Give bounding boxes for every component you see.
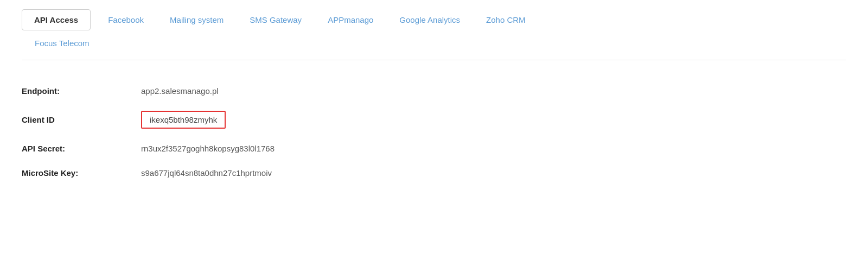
tab-focus-telecom[interactable]: Focus Telecom [22, 32, 103, 54]
tab-mailing-system[interactable]: Mailing system [157, 9, 237, 31]
content-area: Endpoint: app2.salesmanago.pl Client ID … [0, 60, 868, 214]
microsite-key-row: MicroSite Key: s9a677jql64sn8ta0dhn27c1h… [22, 168, 846, 178]
api-secret-label: API Secret: [22, 144, 130, 153]
tab-appmanago[interactable]: APPmanago [315, 9, 386, 31]
client-id-value: ikexq5bth98zmyhk [141, 111, 226, 129]
tab-google-analytics[interactable]: Google Analytics [386, 9, 473, 31]
endpoint-value: app2.salesmanago.pl [141, 86, 219, 96]
tab-sms-gateway[interactable]: SMS Gateway [237, 9, 315, 31]
tab-api-access[interactable]: API Access [22, 9, 91, 30]
endpoint-label: Endpoint: [22, 86, 130, 96]
tab-row-1: API Access Facebook Mailing system SMS G… [22, 9, 846, 31]
tab-row-2: Focus Telecom [22, 31, 846, 54]
client-id-label: Client ID [22, 115, 130, 124]
tab-zoho-crm[interactable]: Zoho CRM [473, 9, 539, 31]
endpoint-row: Endpoint: app2.salesmanago.pl [22, 86, 846, 96]
api-secret-value: rn3ux2f3527goghh8kopsyg83l0l1768 [141, 144, 275, 153]
api-secret-row: API Secret: rn3ux2f3527goghh8kopsyg83l0l… [22, 144, 846, 153]
client-id-row: Client ID ikexq5bth98zmyhk [22, 111, 846, 129]
tab-facebook[interactable]: Facebook [95, 9, 157, 31]
microsite-key-label: MicroSite Key: [22, 168, 130, 178]
tabs-container: API Access Facebook Mailing system SMS G… [0, 0, 868, 54]
microsite-key-value: s9a677jql64sn8ta0dhn27c1hprtmoiv [141, 168, 272, 178]
